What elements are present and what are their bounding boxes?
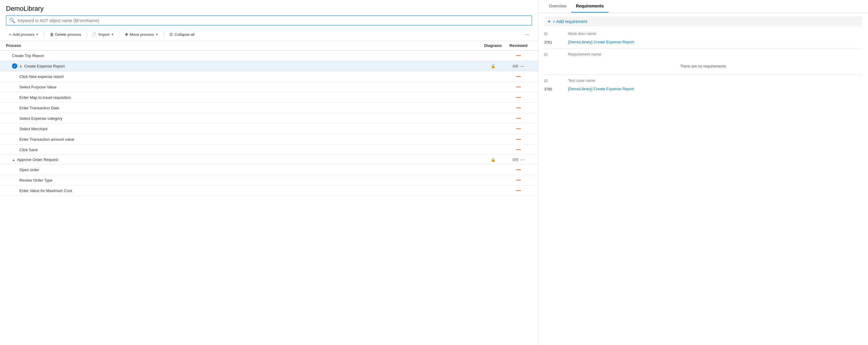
reviewed-cell: — bbox=[505, 116, 532, 121]
delete-process-label: Delete process bbox=[55, 32, 81, 37]
row-name: Enter Transaction Date bbox=[6, 106, 481, 110]
table-header: Process Diagrams Reviewed bbox=[0, 41, 538, 51]
row-name: Create Trip Report bbox=[6, 54, 481, 58]
table-row[interactable]: Create Trip Report — bbox=[0, 51, 538, 61]
import-button[interactable]: 📄 Import ▼ bbox=[89, 31, 117, 38]
toolbar-separator-2 bbox=[86, 32, 87, 38]
more-options-button[interactable]: ⋯ bbox=[522, 31, 532, 38]
toolbar-separator-4 bbox=[164, 32, 164, 38]
add-process-button[interactable]: + Add process ▼ bbox=[6, 31, 42, 38]
row-name: Select Purpose Value bbox=[6, 85, 481, 89]
test-case-header-row: ID Test case name bbox=[544, 78, 862, 83]
reviewed-cell: — bbox=[505, 105, 532, 111]
col-reviewed: Reviewed bbox=[505, 43, 532, 48]
reviewed-cell: — bbox=[505, 126, 532, 131]
lock-icon: 🔒 bbox=[491, 157, 496, 162]
red-dash-icon: — bbox=[520, 157, 524, 162]
reviewed-cell: 0/9 — bbox=[505, 157, 532, 162]
test-case-id-label: ID bbox=[544, 78, 562, 83]
test-case-name-label: Test case name bbox=[568, 78, 595, 83]
work-item-value-row: 3761 [DemoLibrary] Create Expense Report bbox=[544, 40, 862, 44]
col-diagrams: Diagrams bbox=[481, 43, 505, 48]
diagrams-cell: 🔒 bbox=[481, 64, 505, 68]
table-row[interactable]: Select Merchant — bbox=[0, 124, 538, 134]
ellipsis-icon: ⋯ bbox=[525, 32, 529, 37]
collapse-toggle-icon[interactable]: ▲ bbox=[19, 64, 22, 68]
table-row[interactable]: Click Save — bbox=[0, 145, 538, 155]
reviewed-cell: — bbox=[505, 84, 532, 90]
table-row[interactable]: Click New expense report — bbox=[0, 71, 538, 82]
test-case-value-row: 3780 [DemoLibrary] Create Expense Report bbox=[544, 87, 862, 91]
row-name: Enter Value for Maximum Cost bbox=[6, 188, 481, 193]
tab-requirements[interactable]: Requirements bbox=[571, 0, 609, 12]
table-row[interactable]: Enter Transaction Date — bbox=[0, 103, 538, 113]
requirement-id-label: ID bbox=[544, 52, 562, 57]
add-process-label: Add process bbox=[13, 32, 34, 37]
page-title: DemoLibrary bbox=[0, 0, 538, 15]
reviewed-cell: 0/8 — bbox=[505, 64, 532, 68]
table-row[interactable]: Review Order Type — bbox=[0, 175, 538, 186]
work-item-link[interactable]: [DemoLibrary] Create Expense Report bbox=[568, 40, 634, 44]
move-process-button[interactable]: ✥ Move process ▼ bbox=[122, 31, 161, 38]
add-requirement-label: + Add requirement bbox=[553, 19, 587, 24]
search-icon: 🔍 bbox=[9, 18, 15, 23]
table-row[interactable]: Select Purpose Value — bbox=[0, 82, 538, 92]
plus-icon-req: + bbox=[548, 19, 551, 24]
reviewed-cell: — bbox=[505, 147, 532, 152]
collapse-icon: ☰ bbox=[169, 32, 173, 37]
no-requirements-text: There are no requirements bbox=[544, 60, 862, 72]
row-name: Click New expense report bbox=[6, 74, 481, 79]
import-icon: 📄 bbox=[92, 32, 97, 37]
reviewed-cell: — bbox=[505, 188, 532, 193]
test-case-id: 3780 bbox=[544, 87, 562, 91]
check-circle-icon: ✓ bbox=[12, 63, 17, 69]
table-row[interactable]: Enter Transaction amount value — bbox=[0, 134, 538, 145]
row-name: Select Expense category bbox=[6, 116, 481, 121]
toolbar-separator-1 bbox=[44, 32, 44, 38]
table-row[interactable]: Enter Map to travel requisition — bbox=[0, 92, 538, 103]
add-requirement-button[interactable]: + + Add requirement bbox=[544, 17, 862, 27]
work-item-section: ID Work item name bbox=[544, 31, 862, 36]
test-case-link[interactable]: [DemoLibrary] Create Expense Report bbox=[568, 87, 634, 91]
section-id-label: ID bbox=[544, 31, 562, 36]
collapse-all-button[interactable]: ☰ Collapse all bbox=[166, 31, 197, 38]
move-icon: ✥ bbox=[125, 32, 128, 37]
toolbar-separator-3 bbox=[119, 32, 120, 38]
red-dash-icon: — bbox=[520, 64, 524, 68]
table-row[interactable]: Select Expense category — bbox=[0, 113, 538, 124]
reviewed-cell: — bbox=[505, 178, 532, 183]
row-name: ▲ Approve Order Request bbox=[6, 157, 481, 162]
delete-process-button[interactable]: 🗑 Delete process bbox=[47, 31, 84, 38]
collapse-toggle-icon[interactable]: ▲ bbox=[12, 158, 15, 162]
test-case-name-link[interactable]: [DemoLibrary] Create Expense Report bbox=[568, 87, 634, 91]
row-name: Select Merchant bbox=[6, 127, 481, 131]
tabs-bar: Overview Requirements bbox=[538, 0, 868, 13]
table-body: Create Trip Report — ✓ ▲ Create Expense … bbox=[0, 51, 538, 345]
diagrams-cell: 🔒 bbox=[481, 157, 505, 162]
chevron-down-icon-2: ▼ bbox=[111, 33, 114, 36]
right-content: + + Add requirement ID Work item name 37… bbox=[538, 13, 868, 345]
collapse-all-label: Collapse all bbox=[175, 32, 194, 37]
row-name: ✓ ▲ Create Expense Report bbox=[6, 63, 481, 69]
table-row[interactable]: Enter Value for Maximum Cost — bbox=[0, 186, 538, 196]
search-input[interactable] bbox=[18, 18, 529, 23]
tab-overview[interactable]: Overview bbox=[544, 0, 571, 12]
table-row[interactable]: ✓ ▲ Create Expense Report 🔒 0/8 — bbox=[0, 61, 538, 71]
delete-icon: 🗑 bbox=[50, 32, 54, 37]
row-name: Enter Transaction amount value bbox=[6, 137, 481, 142]
toolbar: + Add process ▼ 🗑 Delete process 📄 Impor… bbox=[0, 28, 538, 41]
row-name: Click Save bbox=[6, 148, 481, 152]
work-item-id: 3761 bbox=[544, 40, 562, 44]
plus-icon: + bbox=[9, 32, 11, 37]
move-process-label: Move process bbox=[130, 32, 154, 37]
table-row[interactable]: ▲ Approve Order Request 🔒 0/9 — bbox=[0, 155, 538, 165]
col-process: Process bbox=[6, 43, 481, 48]
section-name-label: Work item name bbox=[568, 31, 596, 36]
reviewed-cell: — bbox=[505, 136, 532, 142]
reviewed-cell: — bbox=[505, 167, 532, 172]
table-row[interactable]: Open order — bbox=[0, 165, 538, 175]
requirement-header-row: ID Requirement name bbox=[544, 52, 862, 57]
search-bar: 🔍 bbox=[6, 15, 532, 25]
section-divider-1 bbox=[544, 48, 862, 49]
work-item-name-link[interactable]: [DemoLibrary] Create Expense Report bbox=[568, 40, 634, 44]
